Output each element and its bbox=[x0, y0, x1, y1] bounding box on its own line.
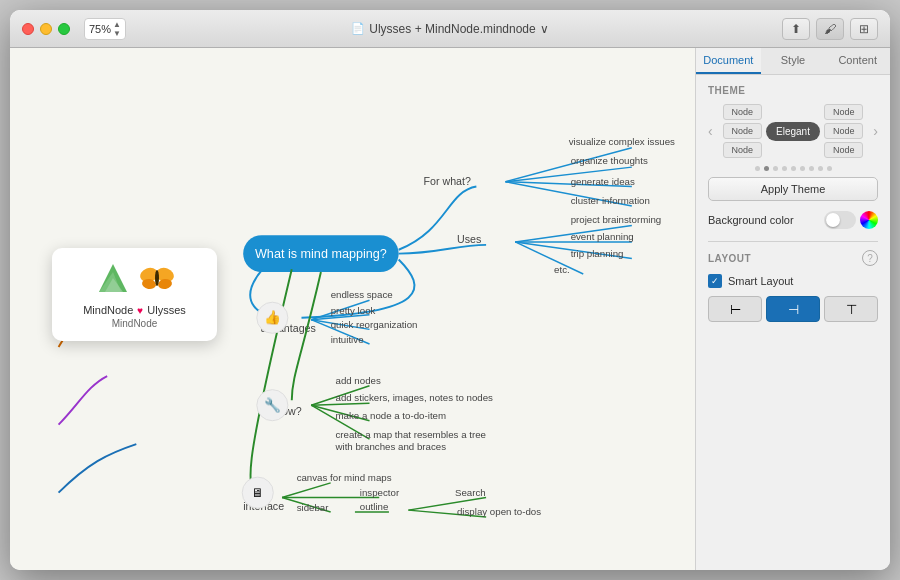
theme-dots bbox=[755, 166, 832, 171]
svg-text:Uses: Uses bbox=[457, 233, 481, 245]
traffic-lights bbox=[22, 23, 70, 35]
svg-point-65 bbox=[155, 270, 159, 286]
panel-content: THEME ‹ Node Node Node Elegant Nod bbox=[696, 75, 890, 570]
color-picker-button[interactable] bbox=[860, 211, 878, 229]
smart-layout-row: ✓ Smart Layout bbox=[708, 274, 878, 288]
svg-text:🖥: 🖥 bbox=[251, 486, 264, 500]
toolbar-buttons: ⬆ 🖌 ⊞ bbox=[782, 18, 878, 40]
svg-text:quick reorganization: quick reorganization bbox=[331, 319, 418, 330]
background-color-row: Background color bbox=[708, 211, 878, 229]
svg-text:add nodes: add nodes bbox=[335, 375, 380, 386]
share-button[interactable]: ⬆ bbox=[782, 18, 810, 40]
svg-text:canvas for mind maps: canvas for mind maps bbox=[297, 472, 392, 483]
svg-text:intuitive: intuitive bbox=[331, 334, 364, 345]
svg-text:👍: 👍 bbox=[264, 309, 281, 326]
layout-option-center[interactable]: ⊣ bbox=[766, 296, 820, 322]
background-color-toggle[interactable] bbox=[824, 211, 856, 229]
svg-text:create a map that resembles a : create a map that resembles a tree bbox=[335, 429, 485, 440]
svg-text:inspector: inspector bbox=[360, 487, 400, 498]
mindnode-card: MindNode ♥ Ulysses MindNode bbox=[52, 248, 217, 341]
layout-option-right[interactable]: ⊤ bbox=[824, 296, 878, 322]
zoom-control[interactable]: 75% ▲ ▼ bbox=[84, 18, 126, 40]
tab-style[interactable]: Style bbox=[761, 48, 826, 74]
theme-node: Node bbox=[824, 142, 864, 158]
smart-layout-checkbox[interactable]: ✓ bbox=[708, 274, 722, 288]
layout-section-header: LAYOUT ? bbox=[708, 250, 878, 266]
tab-document[interactable]: Document bbox=[696, 48, 761, 74]
theme-preview: ‹ Node Node Node Elegant Node Node bbox=[708, 104, 878, 158]
svg-text:display open to-dos: display open to-dos bbox=[457, 506, 541, 517]
layout-options: ⊢ ⊣ ⊤ bbox=[708, 296, 878, 322]
svg-text:organize thoughts: organize thoughts bbox=[571, 155, 648, 166]
svg-text:What is mind mapping?: What is mind mapping? bbox=[255, 247, 387, 261]
theme-node: Node bbox=[723, 142, 763, 158]
svg-text:sidebar: sidebar bbox=[297, 502, 330, 513]
brush-button[interactable]: 🖌 bbox=[816, 18, 844, 40]
svg-text:generate ideas: generate ideas bbox=[571, 176, 635, 187]
theme-node: Node bbox=[824, 104, 864, 120]
zoom-value: 75% bbox=[89, 23, 111, 35]
apply-theme-button[interactable]: Apply Theme bbox=[708, 177, 878, 201]
svg-text:🔧: 🔧 bbox=[264, 397, 281, 414]
theme-section-label: THEME bbox=[708, 85, 878, 96]
svg-text:project brainstorming: project brainstorming bbox=[571, 214, 662, 225]
theme-nav bbox=[708, 166, 878, 171]
panel-tabs: Document Style Content bbox=[696, 48, 890, 75]
svg-text:endless space: endless space bbox=[331, 289, 393, 300]
layout-button[interactable]: ⊞ bbox=[850, 18, 878, 40]
main-area: What is mind mapping? For what? visualiz… bbox=[10, 48, 890, 570]
maximize-button[interactable] bbox=[58, 23, 70, 35]
svg-text:For what?: For what? bbox=[424, 175, 472, 187]
svg-text:outline: outline bbox=[360, 501, 389, 512]
card-title: MindNode ♥ Ulysses bbox=[83, 304, 186, 316]
close-button[interactable] bbox=[22, 23, 34, 35]
theme-center-node: Elegant bbox=[766, 122, 820, 141]
ulysses-icon bbox=[139, 260, 175, 296]
tab-content[interactable]: Content bbox=[825, 48, 890, 74]
svg-text:cluster information: cluster information bbox=[571, 195, 650, 206]
theme-nodes-right: Node Node Node bbox=[824, 104, 864, 158]
svg-line-40 bbox=[282, 483, 331, 498]
layout-option-left[interactable]: ⊢ bbox=[708, 296, 762, 322]
mindnode-icon bbox=[95, 260, 131, 296]
background-color-label: Background color bbox=[708, 214, 794, 226]
svg-text:trip planning: trip planning bbox=[571, 249, 624, 260]
titlebar: 75% ▲ ▼ 📄 Ulysses + MindNode.mindnode ∨ … bbox=[10, 10, 890, 48]
theme-nav-right[interactable]: › bbox=[873, 123, 878, 139]
theme-nav-left[interactable]: ‹ bbox=[708, 123, 713, 139]
svg-line-32 bbox=[311, 403, 369, 405]
layout-section-label: LAYOUT bbox=[708, 253, 751, 264]
window-title: 📄 Ulysses + MindNode.mindnode ∨ bbox=[351, 22, 548, 36]
svg-text:with branches and braces: with branches and braces bbox=[334, 441, 446, 452]
svg-text:Search: Search bbox=[455, 487, 486, 498]
divider bbox=[708, 241, 878, 242]
svg-text:etc.: etc. bbox=[554, 264, 570, 275]
svg-text:visualize complex issues: visualize complex issues bbox=[569, 136, 675, 147]
smart-layout-label: Smart Layout bbox=[728, 275, 793, 287]
svg-text:add stickers, images, notes to: add stickers, images, notes to nodes bbox=[335, 392, 493, 403]
theme-node: Node bbox=[723, 104, 763, 120]
minimize-button[interactable] bbox=[40, 23, 52, 35]
card-icons bbox=[95, 260, 175, 296]
theme-node: Node bbox=[824, 123, 864, 139]
app-window: 75% ▲ ▼ 📄 Ulysses + MindNode.mindnode ∨ … bbox=[10, 10, 890, 570]
right-panel: Document Style Content THEME ‹ Node Node… bbox=[695, 48, 890, 570]
theme-node: Node bbox=[723, 123, 763, 139]
theme-nodes-left: Node Node Node bbox=[723, 104, 763, 158]
svg-text:event planning: event planning bbox=[571, 231, 634, 242]
svg-text:pretty look: pretty look bbox=[331, 305, 376, 316]
svg-text:make a node a to-do-item: make a node a to-do-item bbox=[335, 410, 446, 421]
canvas[interactable]: What is mind mapping? For what? visualiz… bbox=[10, 48, 695, 570]
card-subtitle: MindNode bbox=[112, 318, 158, 329]
layout-help-button[interactable]: ? bbox=[862, 250, 878, 266]
